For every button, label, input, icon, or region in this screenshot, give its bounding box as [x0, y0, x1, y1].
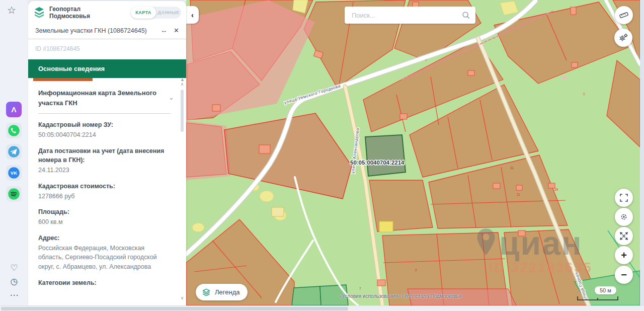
violet-app-icon[interactable]: Λ — [6, 102, 22, 117]
selected-parcel-polygon[interactable] — [365, 135, 406, 176]
app-title: Геопортал Подмосковья — [49, 6, 131, 20]
svg-text:VK: VK — [11, 170, 17, 176]
more-ellipsis-icon[interactable]: ⋯ — [10, 291, 19, 299]
scrollbar-up-icon[interactable]: ∧ — [179, 82, 185, 87]
search-icon[interactable] — [461, 11, 470, 20]
gears-icon — [618, 33, 628, 43]
horizontal-scrollbar[interactable] — [0, 305, 644, 311]
browser-side-dock: ☆ Λ VK ♡ ◷ ⋯ — [0, 0, 28, 305]
zoom-in-button[interactable]: + — [615, 246, 633, 264]
scale-label: 50 м — [595, 286, 616, 294]
telegram-icon[interactable] — [6, 144, 22, 160]
close-icon[interactable]: ✕ — [174, 27, 179, 34]
legend-button[interactable]: Легенда — [196, 284, 248, 300]
active-tab-indicator — [33, 78, 93, 81]
fullscreen-button[interactable] — [615, 189, 633, 207]
field-cadastral-value: Кадастровая стоимость: 1278666 руб — [38, 182, 171, 201]
whatsapp-icon[interactable] — [6, 123, 22, 138]
field-area: Площадь: 600 кв.м — [38, 207, 171, 227]
street-label: улица Уемского Городкова — [284, 83, 341, 105]
parcel-number: 11 — [517, 193, 520, 196]
field-address: Адрес: Российская Федерация, Московская … — [38, 234, 171, 272]
expand-arrows-icon — [619, 231, 628, 241]
map-data-toggle[interactable]: КАРТА ДАННЫЕ — [131, 7, 181, 19]
chevron-down-icon[interactable]: ⌄ — [169, 93, 174, 103]
toggle-data-tab[interactable]: ДАННЫЕ — [156, 7, 181, 19]
parcel-number: 2 — [415, 268, 417, 272]
legend-label: Легенда — [215, 288, 239, 296]
parcel-number: 31 — [510, 166, 514, 170]
measure-ruler-button[interactable] — [615, 6, 633, 24]
geoportal-logo-icon — [32, 6, 46, 19]
layers-icon — [202, 288, 211, 296]
resize-arrows-icon[interactable]: ↔ — [160, 27, 167, 34]
zoom-out-button[interactable]: − — [615, 266, 633, 284]
ruler-icon — [619, 10, 629, 20]
history-clock-icon[interactable]: ◷ — [11, 277, 18, 286]
pan-expand-button[interactable] — [615, 227, 633, 245]
map-attribution: «Условия использования» Геопортала Подмо… — [339, 293, 461, 299]
search-input[interactable] — [352, 12, 461, 19]
section-header-tab[interactable]: Основные сведения — [28, 59, 186, 78]
settings-gears-button[interactable] — [614, 29, 632, 47]
scrollbar-thumb[interactable] — [181, 90, 184, 132]
collapse-panel-button[interactable]: ‹ — [186, 6, 199, 24]
horizontal-scrollbar-thumb[interactable] — [1, 307, 348, 310]
heart-icon[interactable]: ♡ — [10, 264, 18, 272]
parcel-number: 29 — [554, 188, 558, 191]
map-layers[interactable]: улица Уемского Городкова улица Александр… — [186, 0, 640, 305]
field-registration-date: Дата постановки на учет (дата внесения н… — [38, 146, 171, 175]
parcel-number: 7 — [359, 287, 361, 290]
scrollbar-down-icon[interactable]: ∨ — [179, 295, 185, 300]
field-cadastral-number: Кадастровый номер ЗУ: 50:05:0040704:2214 — [38, 120, 171, 140]
vk-icon[interactable]: VK — [6, 165, 22, 181]
selected-parcel-label: 50:05:0040704:2214 — [350, 160, 405, 166]
geolocation-button[interactable] — [615, 208, 633, 226]
geolocation-target-icon — [619, 212, 628, 221]
layer-title: Земельные участки ГКН (1086724645) — [35, 27, 154, 34]
star-icon[interactable]: ☆ — [7, 4, 16, 16]
parcel-number: 1 — [583, 92, 585, 96]
card-title: Информационная карта Земельного участка … — [38, 88, 171, 108]
scale-bar — [577, 296, 619, 301]
toggle-map-tab[interactable]: КАРТА — [131, 7, 156, 19]
map-canvas[interactable]: улица Уемского Городкова улица Александр… — [186, 0, 640, 305]
panel-content: Информационная карта Земельного участка … — [28, 82, 186, 285]
object-id: ID #1086724645 — [28, 39, 186, 56]
search-bar[interactable] — [345, 7, 475, 24]
window-right-edge — [640, 0, 644, 305]
field-land-category: Категории земель: Земли населенных пункт… — [38, 278, 171, 285]
panel-scrollbar[interactable]: ∧ ∨ — [179, 82, 185, 300]
spotify-icon[interactable] — [6, 186, 22, 202]
fullscreen-icon — [619, 193, 628, 202]
info-panel: Геопортал Подмосковья КАРТА ДАННЫЕ Земел… — [28, 1, 186, 305]
